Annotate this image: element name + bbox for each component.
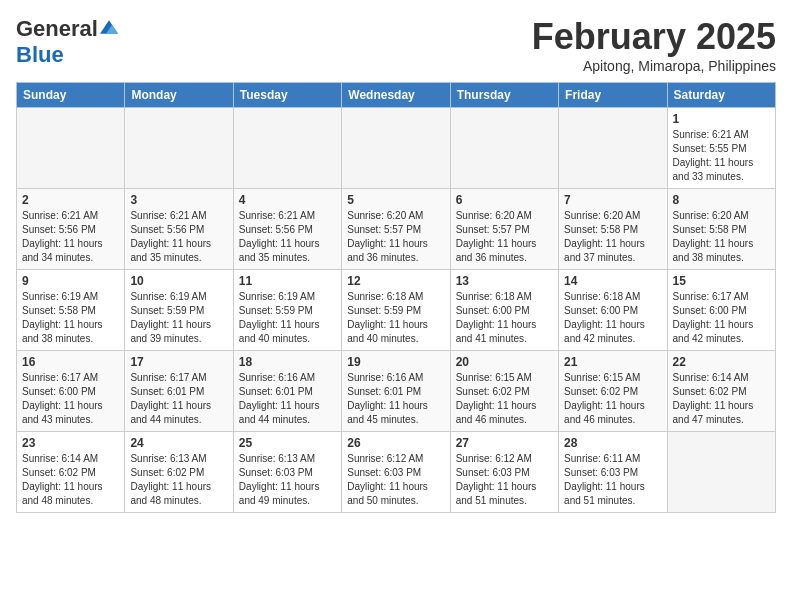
day-info: Sunrise: 6:11 AM Sunset: 6:03 PM Dayligh… [564, 452, 661, 508]
day-number: 24 [130, 436, 227, 450]
day-number: 1 [673, 112, 770, 126]
week-row-2: 2Sunrise: 6:21 AM Sunset: 5:56 PM Daylig… [17, 189, 776, 270]
day-info: Sunrise: 6:20 AM Sunset: 5:57 PM Dayligh… [456, 209, 553, 265]
day-cell: 22Sunrise: 6:14 AM Sunset: 6:02 PM Dayli… [667, 351, 775, 432]
day-cell [342, 108, 450, 189]
day-number: 13 [456, 274, 553, 288]
day-cell: 7Sunrise: 6:20 AM Sunset: 5:58 PM Daylig… [559, 189, 667, 270]
day-info: Sunrise: 6:18 AM Sunset: 6:00 PM Dayligh… [456, 290, 553, 346]
day-info: Sunrise: 6:21 AM Sunset: 5:56 PM Dayligh… [130, 209, 227, 265]
day-info: Sunrise: 6:13 AM Sunset: 6:03 PM Dayligh… [239, 452, 336, 508]
week-row-1: 1Sunrise: 6:21 AM Sunset: 5:55 PM Daylig… [17, 108, 776, 189]
day-number: 19 [347, 355, 444, 369]
day-info: Sunrise: 6:20 AM Sunset: 5:58 PM Dayligh… [564, 209, 661, 265]
day-cell: 16Sunrise: 6:17 AM Sunset: 6:00 PM Dayli… [17, 351, 125, 432]
day-number: 22 [673, 355, 770, 369]
day-info: Sunrise: 6:19 AM Sunset: 5:58 PM Dayligh… [22, 290, 119, 346]
day-number: 18 [239, 355, 336, 369]
day-cell: 18Sunrise: 6:16 AM Sunset: 6:01 PM Dayli… [233, 351, 341, 432]
day-cell: 10Sunrise: 6:19 AM Sunset: 5:59 PM Dayli… [125, 270, 233, 351]
day-cell: 6Sunrise: 6:20 AM Sunset: 5:57 PM Daylig… [450, 189, 558, 270]
day-info: Sunrise: 6:12 AM Sunset: 6:03 PM Dayligh… [347, 452, 444, 508]
day-number: 21 [564, 355, 661, 369]
day-info: Sunrise: 6:18 AM Sunset: 6:00 PM Dayligh… [564, 290, 661, 346]
day-cell: 19Sunrise: 6:16 AM Sunset: 6:01 PM Dayli… [342, 351, 450, 432]
day-info: Sunrise: 6:15 AM Sunset: 6:02 PM Dayligh… [456, 371, 553, 427]
day-info: Sunrise: 6:15 AM Sunset: 6:02 PM Dayligh… [564, 371, 661, 427]
day-cell: 20Sunrise: 6:15 AM Sunset: 6:02 PM Dayli… [450, 351, 558, 432]
day-cell [667, 432, 775, 513]
week-row-3: 9Sunrise: 6:19 AM Sunset: 5:58 PM Daylig… [17, 270, 776, 351]
day-info: Sunrise: 6:14 AM Sunset: 6:02 PM Dayligh… [22, 452, 119, 508]
day-cell: 15Sunrise: 6:17 AM Sunset: 6:00 PM Dayli… [667, 270, 775, 351]
day-cell: 4Sunrise: 6:21 AM Sunset: 5:56 PM Daylig… [233, 189, 341, 270]
logo-icon [100, 18, 118, 36]
day-cell: 11Sunrise: 6:19 AM Sunset: 5:59 PM Dayli… [233, 270, 341, 351]
day-number: 11 [239, 274, 336, 288]
day-info: Sunrise: 6:17 AM Sunset: 6:01 PM Dayligh… [130, 371, 227, 427]
day-number: 14 [564, 274, 661, 288]
weekday-header-row: SundayMondayTuesdayWednesdayThursdayFrid… [17, 83, 776, 108]
weekday-header-tuesday: Tuesday [233, 83, 341, 108]
day-cell: 3Sunrise: 6:21 AM Sunset: 5:56 PM Daylig… [125, 189, 233, 270]
logo-blue: Blue [16, 42, 64, 67]
day-info: Sunrise: 6:20 AM Sunset: 5:57 PM Dayligh… [347, 209, 444, 265]
day-cell: 23Sunrise: 6:14 AM Sunset: 6:02 PM Dayli… [17, 432, 125, 513]
day-number: 26 [347, 436, 444, 450]
day-number: 16 [22, 355, 119, 369]
day-number: 3 [130, 193, 227, 207]
day-info: Sunrise: 6:16 AM Sunset: 6:01 PM Dayligh… [347, 371, 444, 427]
location: Apitong, Mimaropa, Philippines [532, 58, 776, 74]
calendar: SundayMondayTuesdayWednesdayThursdayFrid… [16, 82, 776, 513]
day-number: 15 [673, 274, 770, 288]
day-cell [125, 108, 233, 189]
day-info: Sunrise: 6:14 AM Sunset: 6:02 PM Dayligh… [673, 371, 770, 427]
weekday-header-saturday: Saturday [667, 83, 775, 108]
day-cell: 21Sunrise: 6:15 AM Sunset: 6:02 PM Dayli… [559, 351, 667, 432]
day-info: Sunrise: 6:18 AM Sunset: 5:59 PM Dayligh… [347, 290, 444, 346]
day-cell [559, 108, 667, 189]
day-number: 10 [130, 274, 227, 288]
page-header: General Blue February 2025 Apitong, Mima… [16, 16, 776, 74]
logo: General Blue [16, 16, 118, 68]
day-cell: 5Sunrise: 6:20 AM Sunset: 5:57 PM Daylig… [342, 189, 450, 270]
day-cell: 25Sunrise: 6:13 AM Sunset: 6:03 PM Dayli… [233, 432, 341, 513]
day-cell [450, 108, 558, 189]
month-title: February 2025 [532, 16, 776, 58]
logo-general: General [16, 16, 98, 42]
day-number: 6 [456, 193, 553, 207]
day-cell: 12Sunrise: 6:18 AM Sunset: 5:59 PM Dayli… [342, 270, 450, 351]
day-number: 17 [130, 355, 227, 369]
day-cell [233, 108, 341, 189]
day-number: 7 [564, 193, 661, 207]
day-number: 8 [673, 193, 770, 207]
day-cell: 1Sunrise: 6:21 AM Sunset: 5:55 PM Daylig… [667, 108, 775, 189]
day-cell [17, 108, 125, 189]
week-row-5: 23Sunrise: 6:14 AM Sunset: 6:02 PM Dayli… [17, 432, 776, 513]
day-number: 5 [347, 193, 444, 207]
day-info: Sunrise: 6:17 AM Sunset: 6:00 PM Dayligh… [673, 290, 770, 346]
day-cell: 2Sunrise: 6:21 AM Sunset: 5:56 PM Daylig… [17, 189, 125, 270]
day-cell: 13Sunrise: 6:18 AM Sunset: 6:00 PM Dayli… [450, 270, 558, 351]
day-cell: 27Sunrise: 6:12 AM Sunset: 6:03 PM Dayli… [450, 432, 558, 513]
day-cell: 28Sunrise: 6:11 AM Sunset: 6:03 PM Dayli… [559, 432, 667, 513]
day-number: 28 [564, 436, 661, 450]
weekday-header-friday: Friday [559, 83, 667, 108]
day-number: 25 [239, 436, 336, 450]
day-info: Sunrise: 6:21 AM Sunset: 5:56 PM Dayligh… [239, 209, 336, 265]
day-info: Sunrise: 6:19 AM Sunset: 5:59 PM Dayligh… [239, 290, 336, 346]
day-number: 23 [22, 436, 119, 450]
day-number: 27 [456, 436, 553, 450]
day-info: Sunrise: 6:17 AM Sunset: 6:00 PM Dayligh… [22, 371, 119, 427]
weekday-header-wednesday: Wednesday [342, 83, 450, 108]
day-info: Sunrise: 6:21 AM Sunset: 5:55 PM Dayligh… [673, 128, 770, 184]
weekday-header-monday: Monday [125, 83, 233, 108]
day-info: Sunrise: 6:12 AM Sunset: 6:03 PM Dayligh… [456, 452, 553, 508]
day-info: Sunrise: 6:19 AM Sunset: 5:59 PM Dayligh… [130, 290, 227, 346]
weekday-header-thursday: Thursday [450, 83, 558, 108]
day-info: Sunrise: 6:16 AM Sunset: 6:01 PM Dayligh… [239, 371, 336, 427]
day-number: 12 [347, 274, 444, 288]
day-cell: 14Sunrise: 6:18 AM Sunset: 6:00 PM Dayli… [559, 270, 667, 351]
weekday-header-sunday: Sunday [17, 83, 125, 108]
day-number: 9 [22, 274, 119, 288]
